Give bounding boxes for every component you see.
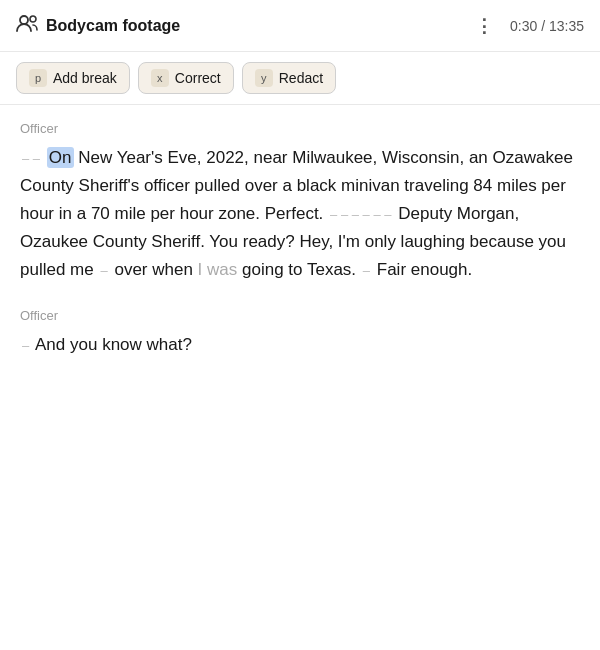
add-break-label: Add break [53, 70, 117, 86]
menu-icon[interactable]: ⋮ [475, 15, 494, 37]
word-low-confidence: I was [198, 260, 238, 279]
svg-point-1 [30, 16, 36, 22]
header-title: Bodycam footage [46, 17, 467, 35]
header: Bodycam footage ⋮ 0:30 / 13:35 [0, 0, 600, 52]
content-area: Officer – – On New Year's Eve, 2022, nea… [0, 105, 600, 399]
redact-button[interactable]: y Redact [242, 62, 336, 94]
transcript-text-2: – And you know what? [20, 331, 580, 359]
dash-marker-2: – – – – – – [330, 207, 391, 222]
word-on[interactable]: On [47, 147, 74, 168]
correct-button[interactable]: x Correct [138, 62, 234, 94]
speaker-label-2: Officer [20, 308, 580, 323]
dash-marker-3: – [100, 263, 107, 278]
redact-key: y [255, 69, 273, 87]
add-break-key: p [29, 69, 47, 87]
speaker-label-1: Officer [20, 121, 580, 136]
redact-label: Redact [279, 70, 323, 86]
dash-marker: – – [22, 151, 40, 166]
transcript-text-1: – – On New Year's Eve, 2022, near Milwau… [20, 144, 580, 284]
svg-point-0 [20, 16, 28, 24]
playback-time: 0:30 / 13:35 [510, 18, 584, 34]
text-segment-6: And you know what? [35, 335, 192, 354]
correct-key: x [151, 69, 169, 87]
toolbar: p Add break x Correct y Redact [0, 52, 600, 105]
text-segment-4: going to Texas. [242, 260, 356, 279]
dash-marker-4: – [363, 263, 370, 278]
dash-marker-5: – [22, 338, 29, 353]
add-break-button[interactable]: p Add break [16, 62, 130, 94]
text-segment-5: Fair enough. [377, 260, 472, 279]
users-icon [16, 14, 38, 37]
transcript-block-2: Officer – And you know what? [20, 308, 580, 359]
text-segment-3: over when [114, 260, 197, 279]
transcript-block-1: Officer – – On New Year's Eve, 2022, nea… [20, 121, 580, 284]
correct-label: Correct [175, 70, 221, 86]
